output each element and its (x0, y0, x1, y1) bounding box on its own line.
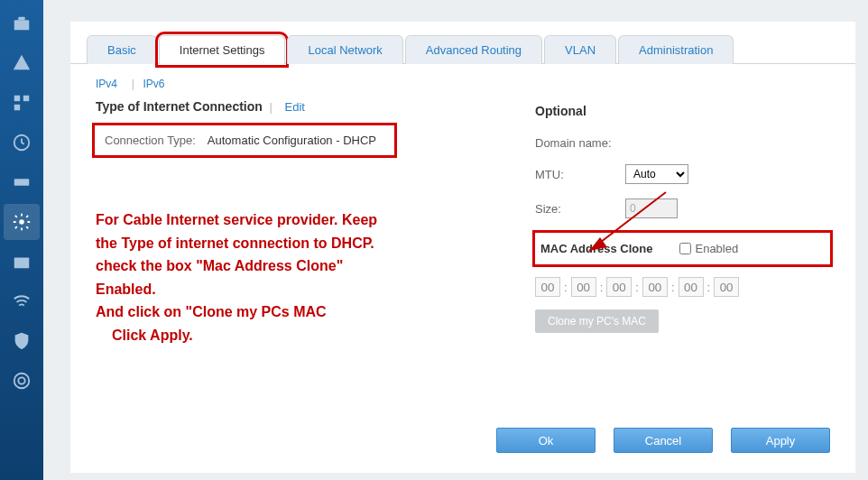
svg-point-12 (18, 377, 24, 383)
edit-separator: | (269, 100, 272, 114)
annotation-line: And click on "Clone my PCs MAC (96, 300, 457, 324)
mac-octet-3[interactable] (642, 277, 668, 297)
mac-address-inputs: : : : : : (535, 277, 830, 297)
svg-rect-2 (14, 96, 20, 101)
annotation-line: For Cable Internet service provider. Kee… (96, 208, 457, 232)
svg-rect-0 (14, 20, 30, 30)
tab-internet-settings[interactable]: Internet Settings (159, 35, 286, 64)
annotation-line: the Type of internet connection to DHCP. (96, 232, 457, 255)
svg-point-11 (14, 374, 30, 389)
shield-icon (12, 331, 32, 351)
svg-rect-4 (14, 105, 20, 110)
edit-link[interactable]: Edit (285, 100, 305, 114)
mac-clone-title: MAC Address Clone (540, 242, 652, 255)
medkit-icon (12, 252, 32, 272)
ip-subtabs: IPv4 | IPv6 (96, 77, 481, 90)
svg-rect-6 (14, 179, 30, 185)
size-input[interactable] (625, 198, 678, 218)
sidebar (0, 0, 43, 480)
subtab-separator: | (132, 78, 134, 90)
content-area: IPv4 | IPv6 Type of Internet Connection … (70, 64, 855, 356)
mtu-select[interactable]: Auto (625, 164, 688, 184)
mac-octet-5[interactable] (714, 277, 739, 297)
sidebar-item-shield[interactable] (4, 323, 40, 359)
cancel-button[interactable]: Cancel (614, 428, 713, 453)
mac-octet-4[interactable] (679, 277, 704, 297)
right-column: Optional Domain name: MTU: Auto Size: MA… (535, 77, 830, 347)
subtab-ipv4[interactable]: IPv4 (96, 78, 117, 90)
subtab-ipv6[interactable]: IPv6 (143, 78, 164, 90)
svg-rect-3 (23, 96, 29, 101)
tab-administration[interactable]: Administration (618, 35, 734, 64)
mac-clone-box: MAC Address Clone Enabled (535, 233, 830, 264)
connection-type-row: Connection Type: Automatic Configuration… (96, 126, 393, 154)
apps-icon (12, 93, 32, 113)
annotation-line: Click Apply. (96, 324, 457, 347)
ok-button[interactable]: Ok (496, 428, 596, 453)
domain-name-row: Domain name: (535, 136, 830, 150)
sidebar-item-clock[interactable] (4, 125, 40, 161)
wifi-icon (12, 291, 32, 311)
left-column: IPv4 | IPv6 Type of Internet Connection … (96, 77, 481, 347)
clone-mac-button[interactable]: Clone my PC's MAC (535, 309, 659, 333)
apply-button[interactable]: Apply (731, 428, 830, 453)
annotation-line: check the box "Mac Address Clone" (96, 254, 457, 278)
size-row: Size: (535, 198, 830, 218)
optional-title: Optional (535, 104, 830, 118)
clock-icon (12, 133, 32, 152)
sidebar-item-settings[interactable] (4, 204, 40, 240)
sidebar-item-support[interactable] (4, 363, 40, 399)
button-bar: Ok Cancel Apply (496, 428, 830, 453)
sidebar-item-medkit[interactable] (4, 244, 40, 280)
tab-advanced-routing[interactable]: Advanced Routing (405, 35, 542, 64)
mac-clone-enabled-label[interactable]: Enabled (679, 242, 738, 255)
tab-local-network[interactable]: Local Network (287, 35, 402, 64)
support-icon (12, 371, 32, 391)
tab-bar: Basic Internet Settings Local Network Ad… (70, 22, 855, 64)
mac-clone-enabled-checkbox[interactable] (679, 243, 691, 254)
device-icon (12, 172, 32, 192)
sidebar-item-apps[interactable] (4, 85, 40, 121)
svg-point-7 (19, 219, 24, 225)
mtu-label: MTU: (535, 168, 625, 181)
size-label: Size: (535, 202, 625, 216)
mac-octet-1[interactable] (571, 277, 596, 297)
mtu-row: MTU: Auto (535, 164, 830, 184)
section-title-connection-type: Type of Internet Connection (96, 99, 263, 114)
mac-octet-0[interactable] (535, 277, 560, 297)
annotation-text: For Cable Internet service provider. Kee… (96, 208, 457, 347)
connection-type-label: Connection Type: (105, 134, 196, 147)
main-panel: Basic Internet Settings Local Network Ad… (70, 22, 855, 473)
toolbox-icon (12, 14, 32, 33)
alert-icon (12, 53, 32, 73)
tab-vlan[interactable]: VLAN (544, 35, 616, 64)
svg-rect-1 (18, 17, 24, 21)
settings-icon (12, 212, 32, 232)
sidebar-item-toolbox[interactable] (4, 5, 40, 42)
annotation-line: Enabled. (96, 278, 457, 301)
mac-clone-enabled-text: Enabled (695, 242, 738, 255)
connection-type-value: Automatic Configuration - DHCP (208, 134, 376, 147)
sidebar-item-alert[interactable] (4, 45, 40, 81)
svg-rect-10 (19, 262, 24, 263)
sidebar-item-device[interactable] (4, 164, 40, 200)
tab-basic[interactable]: Basic (87, 35, 157, 64)
sidebar-item-wifi[interactable] (4, 283, 40, 319)
domain-name-label: Domain name: (535, 136, 625, 150)
mac-octet-2[interactable] (606, 277, 632, 297)
